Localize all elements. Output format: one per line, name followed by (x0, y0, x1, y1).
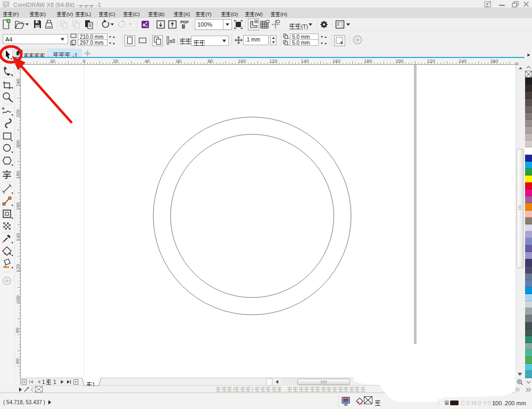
svg-text:100%: 100% (197, 21, 212, 28)
svg-text:x: x (288, 36, 289, 39)
svg-text:y: y (288, 43, 289, 46)
svg-text:PDF: PDF (180, 20, 189, 24)
